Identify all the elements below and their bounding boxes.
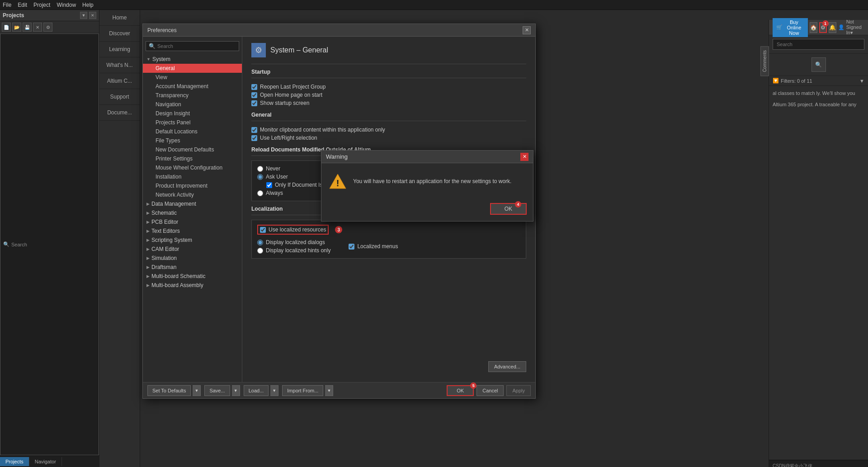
tab-projects[interactable]: Projects bbox=[0, 457, 29, 466]
menu-edit[interactable]: Edit bbox=[18, 2, 27, 8]
tree-draftsman[interactable]: ▶ Draftsman bbox=[143, 263, 242, 272]
warning-close-btn[interactable]: ✕ bbox=[520, 153, 528, 161]
buy-online-btn[interactable]: 🛒 Buy Online Now bbox=[773, 18, 808, 37]
tree-installation[interactable]: Installation bbox=[143, 172, 242, 181]
startup-homepage-check[interactable] bbox=[251, 92, 257, 98]
menu-window[interactable]: Window bbox=[57, 2, 76, 8]
startup-screen-check[interactable] bbox=[251, 100, 257, 106]
tree-mouse-wheel[interactable]: Mouse Wheel Configuration bbox=[143, 163, 242, 172]
localized-menus-check[interactable] bbox=[349, 244, 354, 250]
gear-icon-btn[interactable]: ⚙ 1 bbox=[819, 22, 827, 33]
use-localized-check[interactable] bbox=[260, 227, 266, 233]
badge-4: 4 bbox=[515, 201, 521, 208]
general-leftright-check[interactable] bbox=[251, 135, 257, 141]
import-dropdown[interactable]: ▼ bbox=[325, 385, 333, 396]
pref-search-box[interactable]: 🔍 bbox=[146, 41, 239, 51]
toolbar-open-btn[interactable]: 📂 bbox=[12, 23, 21, 32]
startup-screen-row: Show startup screen bbox=[251, 99, 526, 107]
home-icon-btn[interactable]: 🏠 bbox=[810, 22, 817, 33]
set-defaults-btn[interactable]: Set To Defaults bbox=[147, 385, 191, 396]
startup-reopen-row: Reopen Last Project Group bbox=[251, 83, 526, 91]
right-panel: 🛒 Buy Online Now 🏠 ⚙ 1 🔔 👤 Not Signed In… bbox=[769, 20, 868, 467]
tree-schematic[interactable]: ▶ Schematic bbox=[143, 208, 242, 217]
tree-transparency[interactable]: Transparency bbox=[143, 91, 242, 100]
sign-in-label[interactable]: Not Signed In▾ bbox=[846, 19, 864, 36]
tree-multiboard-schematic[interactable]: ▶ Multi-board Schematic bbox=[143, 272, 242, 281]
nav-learning[interactable]: Learning bbox=[99, 42, 140, 57]
warning-ok-btn[interactable]: OK 4 bbox=[490, 203, 527, 215]
panel-title: Projects bbox=[3, 12, 24, 19]
startup-reopen-check[interactable] bbox=[251, 84, 257, 90]
tree-new-doc-defaults[interactable]: New Document Defaults bbox=[143, 145, 242, 154]
general-section-label: General bbox=[251, 112, 526, 118]
advanced-btn[interactable]: Advanced... bbox=[488, 361, 526, 372]
warning-body: ! You will have to restart an applicatio… bbox=[321, 163, 533, 199]
toolbar-new-btn[interactable]: 📄 bbox=[2, 23, 11, 32]
tree-multiboard-assembly[interactable]: ▶ Multi-board Assembly bbox=[143, 281, 242, 290]
nav-discover[interactable]: Discover bbox=[99, 26, 140, 42]
tree-pcb-editor[interactable]: ▶ PCB Editor bbox=[143, 217, 242, 226]
panel-pin-btn[interactable]: ▼ bbox=[80, 12, 87, 19]
tree-account-management[interactable]: Account Management bbox=[143, 82, 242, 91]
menu-project[interactable]: Project bbox=[33, 2, 50, 8]
nav-home[interactable]: Home bbox=[99, 10, 140, 26]
right-search-input[interactable] bbox=[773, 39, 864, 50]
startup-homepage-label: Open Home page on start bbox=[260, 92, 322, 98]
save-dropdown[interactable]: ▼ bbox=[232, 385, 240, 396]
tree-default-locations[interactable]: Default Locations bbox=[143, 127, 242, 136]
tree-file-types[interactable]: File Types bbox=[143, 136, 242, 145]
toolbar-close-btn[interactable]: ✕ bbox=[33, 23, 42, 32]
filter-label: Filters: 0 of 11 bbox=[781, 78, 812, 84]
nav-support[interactable]: Support bbox=[99, 89, 140, 105]
notify-icon-btn[interactable]: 🔔 bbox=[829, 22, 836, 33]
toolbar-settings-btn[interactable]: ⚙ bbox=[43, 23, 52, 32]
reload-subonly-check[interactable] bbox=[266, 182, 272, 188]
tree-network-activity[interactable]: Network Activity bbox=[143, 190, 242, 199]
tree-data-management[interactable]: ▶ Data Management bbox=[143, 199, 242, 208]
tree-cam-editor[interactable]: ▶ CAM Editor bbox=[143, 245, 242, 254]
content-title: System – General bbox=[270, 46, 328, 54]
menu-file[interactable]: File bbox=[3, 2, 11, 8]
reload-never-radio[interactable] bbox=[257, 166, 263, 172]
load-btn[interactable]: Load... bbox=[244, 385, 269, 396]
tree-arrow-icon: ▶ bbox=[146, 229, 150, 233]
reload-askuser-radio[interactable] bbox=[257, 174, 263, 180]
save-btn[interactable]: Save... bbox=[204, 385, 230, 396]
tree-general[interactable]: General bbox=[143, 64, 242, 73]
load-dropdown[interactable]: ▼ bbox=[270, 385, 278, 396]
tree-arrow-icon: ▶ bbox=[146, 265, 150, 269]
nav-altium[interactable]: Altium C... bbox=[99, 73, 140, 89]
pref-ok-btn[interactable]: OK 5 bbox=[447, 385, 474, 396]
divider1 bbox=[251, 64, 526, 64]
tab-navigator[interactable]: Navigator bbox=[29, 457, 62, 466]
pref-cancel-btn[interactable]: Cancel bbox=[476, 385, 504, 396]
tree-view[interactable]: View bbox=[143, 73, 242, 82]
pref-search-input[interactable] bbox=[157, 43, 236, 49]
display-dialogs-radio[interactable] bbox=[257, 240, 263, 245]
left-search-box[interactable]: 🔍 Search bbox=[0, 33, 99, 455]
tree-navigation[interactable]: Navigation bbox=[143, 100, 242, 109]
tree-product-improvement[interactable]: Product Improvement bbox=[143, 181, 242, 190]
panel-close-btn[interactable]: ✕ bbox=[89, 12, 96, 19]
set-defaults-dropdown[interactable]: ▼ bbox=[193, 385, 201, 396]
import-from-btn[interactable]: Import From... bbox=[282, 385, 323, 396]
toolbar-save-btn[interactable]: 💾 bbox=[23, 23, 32, 32]
general-clipboard-label: Monitor clipboard content within this ap… bbox=[260, 127, 385, 133]
tree-printer-settings[interactable]: Printer Settings bbox=[143, 154, 242, 163]
comments-tab[interactable]: Comments bbox=[760, 46, 769, 76]
display-hints-radio[interactable] bbox=[257, 248, 263, 254]
nav-whats-new[interactable]: What's N... bbox=[99, 57, 140, 73]
tree-system-parent[interactable]: ▼ System bbox=[143, 55, 242, 64]
tree-simulation[interactable]: ▶ Simulation bbox=[143, 254, 242, 263]
menu-help[interactable]: Help bbox=[82, 2, 94, 8]
dialog-close-btn[interactable]: ✕ bbox=[523, 26, 531, 34]
tree-projects-panel[interactable]: Projects Panel bbox=[143, 118, 242, 127]
nav-docs[interactable]: Docume... bbox=[99, 105, 140, 121]
tree-design-insight[interactable]: Design Insight bbox=[143, 109, 242, 118]
right-search-big-icon[interactable]: 🔍 bbox=[811, 57, 826, 72]
filter-dropdown-btn[interactable]: ▼ bbox=[859, 78, 864, 84]
general-clipboard-check[interactable] bbox=[251, 127, 257, 133]
tree-text-editors[interactable]: ▶ Text Editors bbox=[143, 226, 242, 236]
tree-scripting-system[interactable]: ▶ Scripting System bbox=[143, 236, 242, 245]
reload-always-radio[interactable] bbox=[257, 190, 263, 196]
